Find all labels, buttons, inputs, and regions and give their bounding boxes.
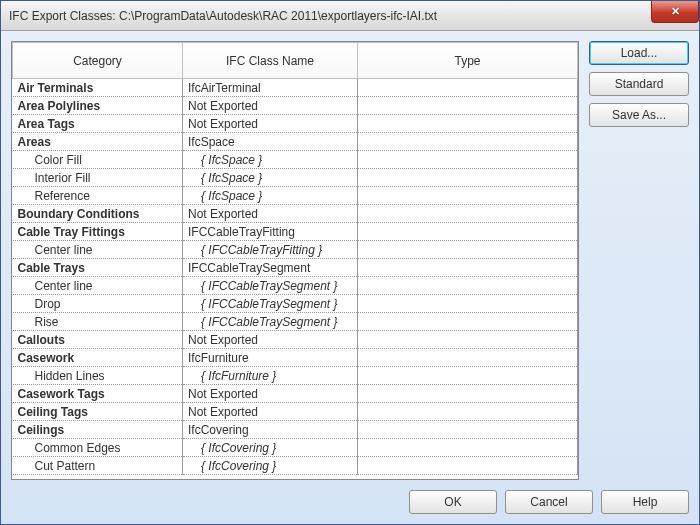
titlebar[interactable]: IFC Export Classes: C:\ProgramData\Autod… (1, 1, 699, 31)
cell-category[interactable]: Ceilings (13, 421, 183, 439)
cell-category[interactable]: Reference (13, 187, 183, 205)
cell-ifcclass[interactable]: { IFCCableTrayFitting } (183, 241, 358, 259)
cell-category[interactable]: Cable Trays (13, 259, 183, 277)
cell-ifcclass[interactable]: { IFCCableTraySegment } (183, 295, 358, 313)
cell-ifcclass[interactable]: Not Exported (183, 205, 358, 223)
table-row[interactable]: Cable Tray FittingsIFCCableTrayFitting (13, 223, 578, 241)
cell-type[interactable] (358, 187, 578, 205)
cell-type[interactable] (358, 241, 578, 259)
table-row[interactable]: Hidden Lines{ IfcFurniture } (13, 367, 578, 385)
cell-category[interactable]: Color Fill (13, 151, 183, 169)
table-row[interactable]: Area PolylinesNot Exported (13, 97, 578, 115)
cell-type[interactable] (358, 439, 578, 457)
table-row[interactable]: Cut Pattern{ IfcCovering } (13, 457, 578, 475)
cell-ifcclass[interactable]: { IfcCovering } (183, 439, 358, 457)
cell-type[interactable] (358, 277, 578, 295)
cell-type[interactable] (358, 457, 578, 475)
table-row[interactable]: CeilingsIfcCovering (13, 421, 578, 439)
table-row[interactable]: Boundary ConditionsNot Exported (13, 205, 578, 223)
cell-ifcclass[interactable]: { IfcFurniture } (183, 367, 358, 385)
cell-ifcclass[interactable]: { IfcSpace } (183, 169, 358, 187)
table-row[interactable]: Center line{ IFCCableTrayFitting } (13, 241, 578, 259)
cell-type[interactable] (358, 133, 578, 151)
table-row[interactable]: AreasIfcSpace (13, 133, 578, 151)
cell-type[interactable] (358, 79, 578, 97)
cell-category[interactable]: Center line (13, 241, 183, 259)
help-button[interactable]: Help (601, 490, 689, 514)
cell-category[interactable]: Center line (13, 277, 183, 295)
col-header-category[interactable]: Category (13, 43, 183, 79)
cell-ifcclass[interactable]: IfcSpace (183, 133, 358, 151)
cell-type[interactable] (358, 349, 578, 367)
table-row[interactable]: Reference{ IfcSpace } (13, 187, 578, 205)
table-row[interactable]: Color Fill{ IfcSpace } (13, 151, 578, 169)
cell-category[interactable]: Area Tags (13, 115, 183, 133)
cell-type[interactable] (358, 223, 578, 241)
cell-category[interactable]: Boundary Conditions (13, 205, 183, 223)
cell-type[interactable] (358, 385, 578, 403)
col-header-ifcclass[interactable]: IFC Class Name (183, 43, 358, 79)
table-row[interactable]: Cable TraysIFCCableTraySegment (13, 259, 578, 277)
cell-ifcclass[interactable]: Not Exported (183, 403, 358, 421)
cell-ifcclass[interactable]: IfcAirTerminal (183, 79, 358, 97)
cell-type[interactable] (358, 331, 578, 349)
table-row[interactable]: Ceiling TagsNot Exported (13, 403, 578, 421)
table-row[interactable]: CaseworkIfcFurniture (13, 349, 578, 367)
cell-ifcclass[interactable]: { IFCCableTraySegment } (183, 313, 358, 331)
cell-ifcclass[interactable]: Not Exported (183, 385, 358, 403)
cell-category[interactable]: Rise (13, 313, 183, 331)
cell-ifcclass[interactable]: { IFCCableTraySegment } (183, 277, 358, 295)
cell-type[interactable] (358, 97, 578, 115)
table-row[interactable]: Area TagsNot Exported (13, 115, 578, 133)
cell-ifcclass[interactable]: IfcFurniture (183, 349, 358, 367)
cell-category[interactable]: Interior Fill (13, 169, 183, 187)
cell-category[interactable]: Callouts (13, 331, 183, 349)
cell-type[interactable] (358, 115, 578, 133)
cell-category[interactable]: Cable Tray Fittings (13, 223, 183, 241)
standard-button[interactable]: Standard (589, 72, 689, 96)
cell-type[interactable] (358, 169, 578, 187)
cell-ifcclass[interactable]: { IfcSpace } (183, 187, 358, 205)
table-row[interactable]: Drop{ IFCCableTraySegment } (13, 295, 578, 313)
col-header-type[interactable]: Type (358, 43, 578, 79)
table-row[interactable]: Common Edges{ IfcCovering } (13, 439, 578, 457)
close-button[interactable]: ✕ (651, 1, 699, 23)
table-row[interactable]: Rise{ IFCCableTraySegment } (13, 313, 578, 331)
cancel-button[interactable]: Cancel (505, 490, 593, 514)
cell-type[interactable] (358, 151, 578, 169)
cell-type[interactable] (358, 259, 578, 277)
cell-category[interactable]: Common Edges (13, 439, 183, 457)
table-row[interactable]: Air TerminalsIfcAirTerminal (13, 79, 578, 97)
table-row[interactable]: CalloutsNot Exported (13, 331, 578, 349)
cell-category[interactable]: Casework (13, 349, 183, 367)
cell-ifcclass[interactable]: { IfcCovering } (183, 457, 358, 475)
cell-type[interactable] (358, 367, 578, 385)
cell-category[interactable]: Hidden Lines (13, 367, 183, 385)
cell-category[interactable]: Casework Tags (13, 385, 183, 403)
cell-category[interactable]: Air Terminals (13, 79, 183, 97)
table-row[interactable]: Center line{ IFCCableTraySegment } (13, 277, 578, 295)
table-scroll[interactable]: Category IFC Class Name Type Air Termina… (12, 42, 578, 479)
ok-button[interactable]: OK (409, 490, 497, 514)
cell-ifcclass[interactable]: { IfcSpace } (183, 151, 358, 169)
saveas-button[interactable]: Save As... (589, 103, 689, 127)
cell-ifcclass[interactable]: Not Exported (183, 331, 358, 349)
cell-category[interactable]: Ceiling Tags (13, 403, 183, 421)
cell-category[interactable]: Areas (13, 133, 183, 151)
cell-ifcclass[interactable]: IfcCovering (183, 421, 358, 439)
cell-ifcclass[interactable]: Not Exported (183, 115, 358, 133)
cell-type[interactable] (358, 313, 578, 331)
cell-type[interactable] (358, 403, 578, 421)
cell-type[interactable] (358, 421, 578, 439)
cell-category[interactable]: Area Polylines (13, 97, 183, 115)
load-button[interactable]: Load... (589, 41, 689, 65)
cell-ifcclass[interactable]: IFCCableTraySegment (183, 259, 358, 277)
cell-category[interactable]: Cut Pattern (13, 457, 183, 475)
table-row[interactable]: Interior Fill{ IfcSpace } (13, 169, 578, 187)
cell-type[interactable] (358, 205, 578, 223)
cell-ifcclass[interactable]: IFCCableTrayFitting (183, 223, 358, 241)
cell-category[interactable]: Drop (13, 295, 183, 313)
cell-type[interactable] (358, 295, 578, 313)
cell-ifcclass[interactable]: Not Exported (183, 97, 358, 115)
table-row[interactable]: Casework TagsNot Exported (13, 385, 578, 403)
